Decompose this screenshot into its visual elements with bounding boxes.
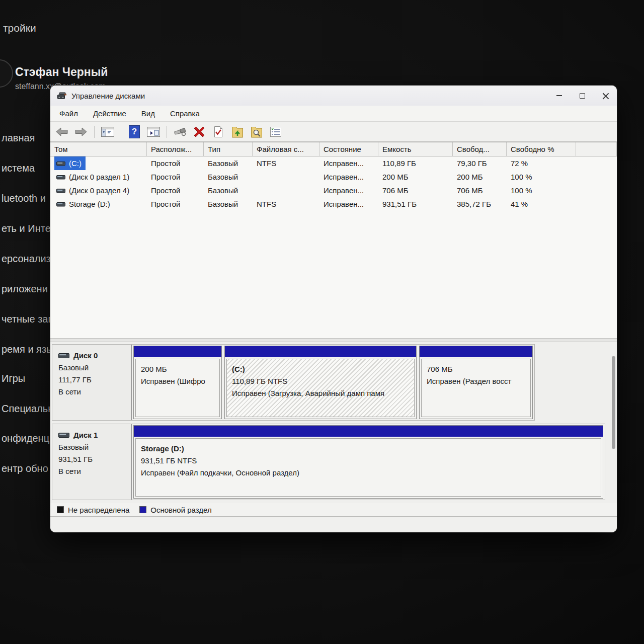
sidebar-item-network[interactable]: еть и Инте	[2, 220, 51, 236]
column-header-volume[interactable]: Том	[50, 142, 147, 156]
properties-button[interactable]	[268, 124, 283, 139]
explore-folder-icon	[251, 125, 263, 138]
selected-volume-highlight: (C:)	[54, 156, 86, 170]
avatar	[0, 59, 13, 88]
menu-view[interactable]: Вид	[141, 109, 155, 118]
cell-status: Исправен...	[319, 156, 378, 170]
cell-free-percent: 100 %	[507, 184, 576, 197]
window-title: Управление дисками	[71, 92, 145, 100]
partition-size: 931,51 ГБ NTFS	[141, 455, 596, 467]
show-console-tree-button[interactable]	[100, 124, 115, 139]
cell-filesystem: NTFS	[253, 156, 319, 170]
cell-capacity: 110,89 ГБ	[378, 156, 453, 170]
title-bar: Управление дисками	[50, 86, 617, 106]
partition-status: Исправен (Шифро	[141, 375, 214, 387]
volume-name: Storage (D:)	[69, 197, 110, 211]
volume-list-header: Том Располож... Тип Файловая с... Состоя…	[50, 142, 617, 156]
partition-size: 200 МБ	[141, 363, 214, 375]
column-header-free-percent[interactable]: Свободно %	[507, 142, 576, 156]
help-button[interactable]: ?	[127, 124, 142, 139]
disk-size: 111,77 ГБ	[58, 374, 131, 386]
maximize-icon	[580, 93, 585, 99]
menu-action[interactable]: Действие	[93, 109, 126, 118]
delete-volume-button[interactable]	[192, 124, 207, 139]
open-folder-button[interactable]	[230, 124, 245, 139]
toolbar: ?	[50, 122, 617, 142]
sidebar-item-personalization[interactable]: ерсонализ	[2, 251, 51, 267]
graphical-view-pane: Диск 0 Базовый 111,77 ГБ В сети 200 МБ И…	[50, 342, 617, 503]
cell-free-percent: 72 %	[507, 156, 576, 170]
volume-name: (Диск 0 раздел 4)	[69, 184, 129, 197]
menu-file[interactable]: Файл	[59, 109, 78, 118]
legend-label: Основной раздел	[150, 506, 211, 514]
show-console-tree-icon	[101, 127, 114, 137]
legend-label: Не распределена	[68, 506, 129, 514]
close-button[interactable]	[594, 86, 617, 106]
sidebar-item-bluetooth[interactable]: luetooth и	[2, 190, 46, 206]
partition-color-bar	[134, 426, 603, 437]
minimize-button[interactable]	[547, 86, 571, 106]
legend-bar: Не распределена Основной раздел	[50, 503, 617, 516]
column-header-type[interactable]: Тип	[204, 142, 253, 156]
menu-bar: Файл Действие Вид Справка	[50, 106, 617, 122]
explore-folder-button[interactable]	[249, 124, 264, 139]
disk-status: В сети	[58, 386, 131, 398]
disk-icon	[58, 429, 69, 441]
partition-recovery[interactable]: 706 МБ Исправен (Раздел восст	[419, 346, 533, 419]
menu-help[interactable]: Справка	[170, 109, 200, 118]
column-header-filesystem[interactable]: Файловая с...	[253, 142, 319, 156]
table-row-disk0-part4[interactable]: (Диск 0 раздел 4) Простой Базовый Исправ…	[50, 184, 617, 197]
cell-type: Базовый	[204, 197, 253, 211]
pane-splitter[interactable]	[50, 338, 617, 342]
account-name: Стэфан Черный	[15, 65, 108, 79]
disk-status: В сети	[58, 465, 131, 477]
sidebar-item-time-language[interactable]: ремя и язы	[2, 341, 54, 357]
disk-1-row: Диск 1 Базовый 931,51 ГБ В сети Storage …	[52, 424, 605, 500]
disk-0-info[interactable]: Диск 0 Базовый 111,77 ГБ В сети	[52, 345, 132, 420]
partition-efi[interactable]: 200 МБ Исправен (Шифро	[133, 346, 222, 419]
volume-name: (C:)	[69, 156, 82, 170]
disk-1-info[interactable]: Диск 1 Базовый 931,51 ГБ В сети	[52, 424, 132, 500]
partition-status: Исправен (Раздел восст	[427, 375, 525, 387]
column-header-status[interactable]: Состояние	[319, 142, 378, 156]
partition-label: Storage (D:)	[141, 443, 596, 455]
back-button[interactable]	[54, 124, 69, 139]
cell-layout: Простой	[147, 184, 204, 197]
vertical-scrollbar[interactable]	[612, 356, 615, 449]
partition-status: Исправен (Файл подкачки, Основной раздел…	[141, 467, 596, 479]
disk-0-row: Диск 0 Базовый 111,77 ГБ В сети 200 МБ И…	[52, 344, 535, 421]
partition-color-bar	[420, 346, 532, 357]
sidebar-item-home[interactable]: лавная	[2, 130, 35, 146]
forward-button[interactable]	[73, 124, 89, 139]
show-action-pane-button[interactable]	[146, 124, 161, 139]
column-header-layout[interactable]: Располож...	[147, 142, 204, 156]
partition-c[interactable]: (C:) 110,89 ГБ NTFS Исправен (Загрузка, …	[224, 346, 417, 419]
column-header-free[interactable]: Свобод...	[453, 142, 507, 156]
disk-type: Базовый	[58, 441, 131, 453]
tools-button[interactable]	[173, 124, 188, 139]
forward-icon	[75, 127, 87, 136]
cell-status: Исправен...	[319, 197, 378, 211]
sidebar-item-system[interactable]: истема	[2, 160, 35, 176]
maximize-button[interactable]	[571, 86, 594, 106]
table-row-disk0-part1[interactable]: (Диск 0 раздел 1) Простой Базовый Исправ…	[50, 170, 617, 184]
cell-free-percent: 41 %	[507, 197, 576, 211]
cell-free-percent: 100 %	[507, 170, 576, 184]
sidebar-item-apps[interactable]: риложени	[2, 281, 48, 297]
sidebar-item-gaming[interactable]: Игры	[2, 370, 25, 386]
legend-primary-partition: Основной раздел	[139, 506, 211, 514]
column-header-capacity[interactable]: Емкость	[378, 142, 453, 156]
sidebar-item-windows-update[interactable]: ентр обно	[2, 460, 48, 476]
cell-status: Исправен...	[319, 184, 378, 197]
sidebar-item-privacy[interactable]: онфиденц	[2, 430, 49, 446]
show-action-pane-icon	[147, 127, 160, 137]
volume-list-pane: Том Располож... Тип Файловая с... Состоя…	[50, 142, 617, 338]
partition-storage-d[interactable]: Storage (D:) 931,51 ГБ NTFS Исправен (Фа…	[133, 425, 603, 499]
mark-partition-active-button[interactable]	[211, 124, 226, 139]
partition-color-bar	[134, 346, 221, 357]
sidebar-item-accounts[interactable]: четные зап	[2, 311, 53, 327]
cell-capacity: 200 МБ	[378, 170, 453, 184]
table-row-volume-d[interactable]: Storage (D:) Простой Базовый NTFS Исправ…	[50, 197, 617, 211]
cell-type: Базовый	[204, 184, 253, 197]
table-row-volume-c[interactable]: (C:) Простой Базовый NTFS Исправен... 11…	[50, 156, 617, 170]
